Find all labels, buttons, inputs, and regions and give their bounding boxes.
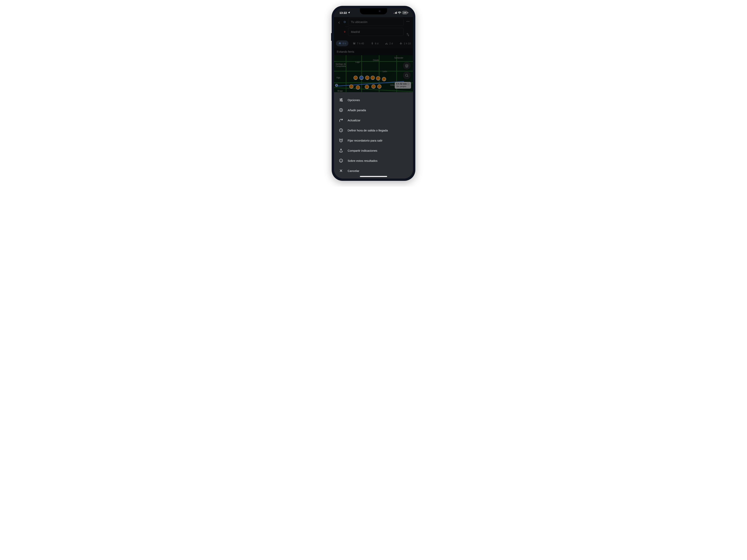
location-arrow-icon: [347, 11, 350, 14]
sheet-refresh-label: Actualizar: [347, 118, 360, 122]
sheet-set-time-label: Definir hora de salida o llegada: [347, 129, 388, 132]
refresh-icon: [339, 118, 343, 122]
notch: [360, 8, 387, 15]
modal-dimmer[interactable]: [334, 17, 413, 92]
app-content: Tu ubicación Madrid: [334, 17, 413, 179]
screen: 13:22 100: [334, 8, 413, 179]
phone-frame: 13:22 100: [332, 6, 415, 181]
svg-point-9: [340, 100, 341, 100]
share-icon: [339, 149, 343, 153]
plus-circle-icon: [339, 108, 343, 112]
sheet-reminder[interactable]: Fijar recordatorio para salir: [334, 135, 413, 145]
sheet-options-label: Opciones: [347, 98, 360, 102]
sheet-about[interactable]: Sobre estos resultados: [334, 156, 413, 166]
sheet-cancel-label: Cancelar: [347, 169, 359, 172]
sheet-share[interactable]: Compartir indicaciones: [334, 145, 413, 156]
battery-percent: 100: [403, 11, 407, 14]
info-circle-icon: [339, 158, 343, 163]
clock-icon: [339, 128, 343, 132]
sheet-reminder-label: Fijar recordatorio para salir: [347, 139, 382, 142]
options-sheet: Opciones Añadir parada Actualizar Defini…: [334, 92, 413, 179]
battery-icon: 100: [402, 11, 408, 14]
wifi-icon: [398, 11, 401, 14]
sheet-cancel[interactable]: Cancelar: [334, 166, 413, 176]
svg-point-8: [341, 99, 342, 99]
status-time: 13:22: [339, 11, 347, 15]
sheet-share-label: Compartir indicaciones: [347, 149, 378, 152]
sheet-refresh[interactable]: Actualizar: [334, 115, 413, 125]
svg-point-10: [342, 101, 342, 102]
alarm-icon: [339, 138, 343, 142]
sheet-add-stop[interactable]: Añadir parada: [334, 105, 413, 115]
close-icon: [339, 168, 343, 173]
tune-icon: [339, 98, 343, 102]
sheet-set-time[interactable]: Definir hora de salida o llegada: [334, 125, 413, 135]
home-indicator[interactable]: [360, 176, 387, 177]
sheet-options[interactable]: Opciones: [334, 95, 413, 105]
sheet-add-stop-label: Añadir parada: [347, 108, 366, 112]
sheet-about-label: Sobre estos resultados: [347, 159, 378, 162]
signal-icon: [393, 12, 397, 14]
